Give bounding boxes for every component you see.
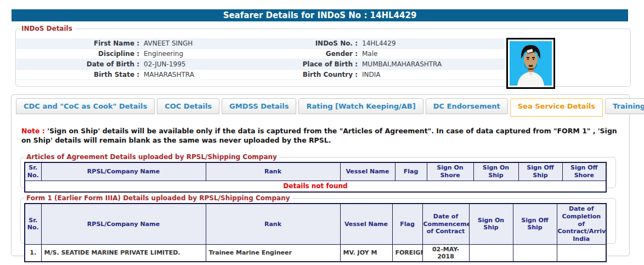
field-value: Engineering xyxy=(139,49,292,59)
field-label: INDoS No. : xyxy=(292,38,358,48)
field-value: AVNEET SINGH xyxy=(139,38,292,48)
indos-details-section: INDoS Details First Name : AVNEET SINGH … xyxy=(15,25,631,87)
column-header: RPSL/Company Name xyxy=(41,162,206,181)
column-header: Rank xyxy=(206,162,340,181)
column-header: Sign On Ship xyxy=(473,162,518,181)
cell-flag: FOREIGN xyxy=(392,244,422,262)
indos-row-first-name: First Name : AVNEET SINGH INDoS No. : 14… xyxy=(16,38,505,49)
tab-rating-watch-keeping-ab[interactable]: Rating [Watch Keeping/AB] xyxy=(298,98,423,114)
field-value: 14HL4429 xyxy=(358,38,505,48)
field-label: Birth Country : xyxy=(292,70,358,80)
tab-coc-details[interactable]: COC Details xyxy=(157,98,219,114)
cell-date-of-completion xyxy=(557,244,606,262)
field-value: MAHARASHTRA xyxy=(139,70,292,80)
column-header: Rank xyxy=(206,204,340,244)
cell-sign-on-ship xyxy=(469,244,513,262)
indos-row-date-of-birth: Date of Birth : 02-JUN-1995 Place of Bir… xyxy=(16,59,505,70)
table-header-row: Sr. No. RPSL/Company Name Rank Vessel Na… xyxy=(25,162,606,181)
sign-on-ship-note: Note : 'Sign on Ship' details will be av… xyxy=(21,127,625,145)
page-title: Seafarer Details for INDoS No : 14HL4429 xyxy=(12,9,628,21)
tab-training-details[interactable]: Training Details xyxy=(605,98,644,114)
field-label: Gender : xyxy=(292,49,358,59)
column-header: Date of Commencement of Contract xyxy=(422,204,469,244)
articles-of-agreement-legend: Articles of Agreement Details uploaded b… xyxy=(24,153,279,161)
column-header: Sr. No. xyxy=(25,162,41,181)
field-label: Date of Birth : xyxy=(16,59,139,69)
details-not-found-message: Details not found xyxy=(25,181,606,192)
tab-bar: CDC and "CoC as Cook" Details COC Detail… xyxy=(16,98,644,117)
seafarer-photo xyxy=(506,38,555,89)
column-header: Sign Off Ship xyxy=(513,204,557,244)
field-label: Birth State : xyxy=(16,70,139,80)
column-header: Sign On Ship xyxy=(469,204,513,244)
column-header: Sign Off Shore xyxy=(562,162,606,181)
column-header: Flag xyxy=(395,162,427,181)
empty-row: Details not found xyxy=(25,181,606,192)
field-value: INDIA xyxy=(358,70,505,80)
tab-dc-endorsement[interactable]: DC Endorsement xyxy=(426,98,508,114)
form1-section: Form 1 (Earlier Form IIIA) Details uploa… xyxy=(20,194,616,244)
note-prefix: Note : xyxy=(21,127,45,135)
form1-table: Sr. No. RPSL/Company Name Rank Vessel Na… xyxy=(24,203,607,262)
column-header: Vessel Name xyxy=(340,204,392,244)
indos-row-discipline: Discipline : Engineering Gender : Male xyxy=(16,49,505,59)
field-label: First Name : xyxy=(16,38,139,48)
field-label: Discipline : xyxy=(16,49,139,59)
table-header-row: Sr. No. RPSL/Company Name Rank Vessel Na… xyxy=(25,204,606,244)
field-value: MUMBAI,MAHARASHTRA xyxy=(358,59,505,69)
seafarer-photo-image xyxy=(510,41,552,86)
cell-sr-no: 1. xyxy=(25,244,41,262)
field-value: 02-JUN-1995 xyxy=(139,59,292,69)
tab-cdc-coc-as-cook-details[interactable]: CDC and "CoC as Cook" Details xyxy=(16,98,155,114)
column-header: Flag xyxy=(392,204,422,244)
column-header: RPSL/Company Name xyxy=(41,204,206,244)
cell-date-of-commencement: 02-MAY-2018 xyxy=(422,244,469,262)
column-header: Vessel Name xyxy=(340,162,395,181)
column-header: Sign On Shore xyxy=(427,162,473,181)
table-row: 1. M/S. SEATIDE MARINE PRIVATE LIMITED. … xyxy=(25,244,606,262)
tab-gmdss-details[interactable]: GMDSS Details xyxy=(222,98,296,114)
form1-legend: Form 1 (Earlier Form IIIA) Details uploa… xyxy=(24,194,292,202)
indos-row-birth-state: Birth State : MAHARASHTRA Birth Country … xyxy=(16,70,505,80)
cell-company-name: M/S. SEATIDE MARINE PRIVATE LIMITED. xyxy=(41,244,206,262)
cell-vessel-name: MV. JOY M xyxy=(340,244,392,262)
note-text: 'Sign on Ship' details will be available… xyxy=(21,127,617,144)
articles-of-agreement-section: Articles of Agreement Details uploaded b… xyxy=(20,153,616,188)
column-header: Sr. No. xyxy=(25,204,41,244)
column-header: Date of Completion of Contract/Arriving … xyxy=(557,204,606,244)
column-header: Sign Off Ship xyxy=(518,162,562,181)
tab-sea-service-details[interactable]: Sea Service Details xyxy=(510,98,603,117)
field-value: Male xyxy=(358,49,505,59)
cell-rank: Trainee Marine Engineer xyxy=(206,244,340,262)
cell-sign-off-ship xyxy=(513,244,557,262)
tab-content-panel: CDC and "CoC as Cook" Details COC Detail… xyxy=(11,94,630,256)
field-label: Place of Birth : xyxy=(292,59,358,69)
indos-details-grid: First Name : AVNEET SINGH INDoS No. : 14… xyxy=(16,38,505,80)
indos-details-legend: INDoS Details xyxy=(19,25,75,32)
articles-of-agreement-table: Sr. No. RPSL/Company Name Rank Vessel Na… xyxy=(24,162,607,193)
